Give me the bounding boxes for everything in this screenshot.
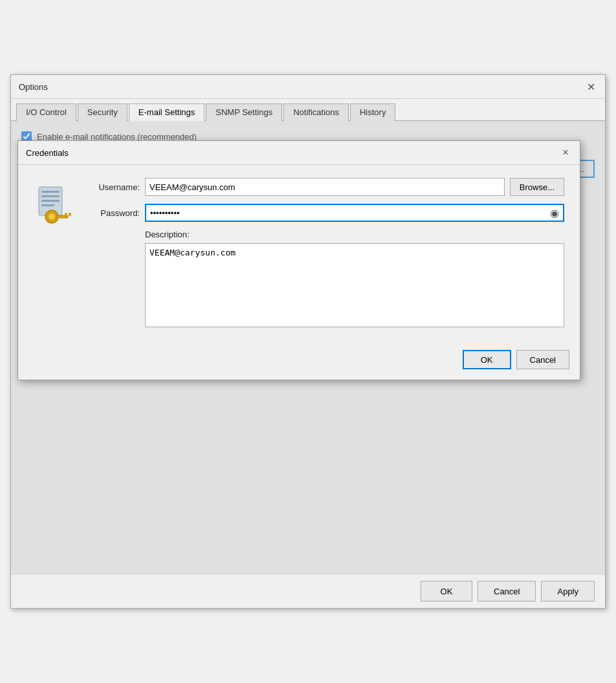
show-password-icon[interactable]: ◉ (546, 207, 563, 219)
apply-button[interactable]: Apply (541, 581, 595, 602)
svg-rect-8 (65, 213, 67, 216)
username-row: Username: Browse... (88, 178, 564, 196)
tab-security[interactable]: Security (78, 103, 127, 121)
window-title: Options (19, 82, 48, 92)
svg-rect-9 (69, 213, 71, 216)
options-window: Options ✕ I/O Control Security E-mail Se… (10, 74, 606, 609)
dialog-title: Credentials (26, 148, 69, 158)
tab-email-settings[interactable]: E-mail Settings (129, 103, 204, 121)
username-label: Username: (88, 182, 140, 192)
credentials-form: Username: Browse... Password: (88, 178, 564, 329)
password-input-wrap: ◉ (145, 204, 564, 222)
tab-snmp-settings[interactable]: SNMP Settings (206, 103, 282, 121)
password-row: Password: ◉ (88, 204, 564, 222)
svg-rect-2 (41, 195, 60, 197)
tab-io-control[interactable]: I/O Control (16, 103, 76, 121)
cancel-button[interactable]: Cancel (478, 581, 536, 602)
svg-rect-1 (41, 191, 60, 193)
ok-button[interactable]: OK (421, 581, 472, 602)
dialog-cancel-button[interactable]: Cancel (516, 350, 569, 369)
content-area: Enable e-mail notifications (recommended… (11, 121, 605, 574)
tab-bar: I/O Control Security E-mail Settings SNM… (11, 99, 605, 121)
svg-rect-4 (41, 204, 54, 206)
credentials-dialog: Credentials × (17, 140, 580, 380)
dialog-close-button[interactable]: × (559, 146, 572, 159)
window-close-button[interactable]: ✕ (584, 80, 597, 93)
description-label: Description: (145, 230, 564, 239)
dialog-content: Username: Browse... Password: (18, 165, 580, 342)
dialog-buttons: OK Cancel (18, 342, 580, 380)
dialog-ok-button[interactable]: OK (463, 350, 511, 369)
description-wrap: VEEAM@carysun.com (145, 243, 564, 329)
description-textarea[interactable]: VEEAM@carysun.com (145, 243, 564, 327)
dialog-title-bar: Credentials × (18, 141, 580, 165)
username-input[interactable] (145, 178, 505, 196)
title-bar: Options ✕ (11, 75, 605, 99)
tab-history[interactable]: History (350, 103, 395, 121)
bottom-bar: OK Cancel Apply (11, 574, 605, 608)
password-label: Password: (88, 208, 140, 218)
tab-notifications[interactable]: Notifications (283, 103, 349, 121)
username-input-wrap: Browse... (145, 178, 564, 196)
svg-point-6 (49, 213, 55, 220)
browse-button[interactable]: Browse... (510, 178, 564, 196)
svg-rect-3 (41, 200, 60, 202)
password-input[interactable] (146, 205, 546, 221)
password-wrap: ◉ (145, 204, 564, 222)
modal-backdrop: Credentials × (11, 121, 605, 574)
dialog-body: Username: Browse... Password: (34, 178, 564, 329)
credentials-icon (34, 184, 75, 226)
